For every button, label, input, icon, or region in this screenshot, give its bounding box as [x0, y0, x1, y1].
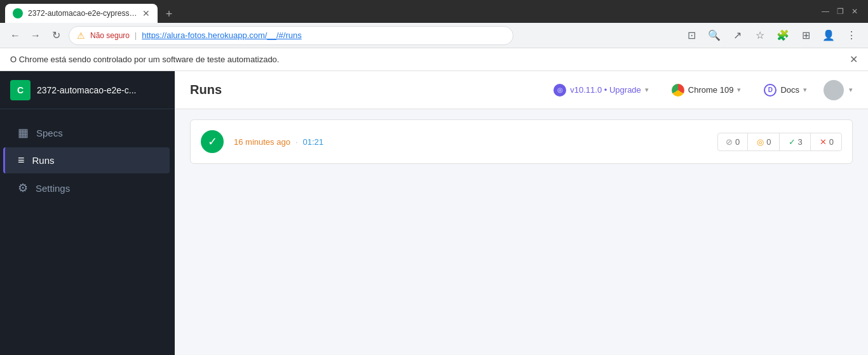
- chrome-icon: [672, 84, 684, 97]
- table-row[interactable]: ✓ 16 minutes ago · 01:21 ⊘ 0 ◎ 0: [190, 119, 853, 164]
- sidebar-item-runs-label: Runs: [32, 155, 55, 166]
- forward-button[interactable]: →: [28, 28, 43, 43]
- not-secure-label: Não seguro: [90, 31, 130, 40]
- run-separator: ·: [295, 137, 298, 147]
- notification-text: O Chrome está sendo controlado por um so…: [10, 55, 279, 64]
- extension-icon[interactable]: 🧩: [774, 27, 792, 44]
- sidebar-item-specs[interactable]: ▦ Specs: [5, 119, 170, 146]
- sidebar-item-runs[interactable]: ≡ Runs: [3, 147, 170, 173]
- screen-capture-icon[interactable]: ⊡: [682, 27, 700, 44]
- chrome-chevron: ▾: [737, 86, 741, 94]
- address-bar: ← → ↻ ⚠ Não seguro | https://alura-fotos…: [0, 23, 868, 48]
- docs-badge[interactable]: D Docs ▾: [757, 81, 813, 99]
- notification-bar: O Chrome está sendo controlado por um so…: [0, 48, 868, 71]
- passed-count: 3: [798, 137, 803, 147]
- skipped-icon: ⊘: [726, 137, 733, 147]
- url-path: /__/#/runs: [265, 30, 302, 40]
- stat-failed: ✕ 0: [812, 133, 841, 151]
- version-badge[interactable]: ◎ v10.11.0 • Upgrade ▾: [547, 81, 655, 99]
- url-bar[interactable]: ⚠ Não seguro | https://alura-fotos.herok…: [69, 26, 513, 45]
- run-info: 16 minutes ago · 01:21: [234, 137, 707, 147]
- failed-icon: ✕: [820, 137, 827, 147]
- stat-passed: ✓ 3: [781, 133, 811, 151]
- pending-count: 0: [766, 137, 771, 147]
- run-duration: 01:21: [303, 137, 324, 147]
- run-status-icon: ✓: [201, 130, 224, 153]
- sidebar-item-specs-label: Specs: [36, 128, 63, 138]
- close-button[interactable]: ✕: [851, 7, 858, 16]
- url-domain: alura-fotos.herokuapp.com: [166, 30, 265, 40]
- stat-skipped: ⊘ 0: [718, 133, 748, 151]
- main-header: Runs ◎ v10.11.0 • Upgrade ▾ Chrome 109 ▾…: [175, 71, 868, 109]
- app-container: C 2372-automacao-e2e-c... ▦ Specs ≡ Runs…: [0, 71, 868, 355]
- sidebar-header: C 2372-automacao-e2e-c...: [0, 71, 175, 109]
- runs-icon: ≡: [18, 154, 25, 167]
- tab-title: 2372-automacao-e2e-cypress-au: [28, 9, 137, 18]
- docs-label: Docs: [780, 85, 799, 95]
- url-https: https://: [142, 30, 166, 40]
- tab-close-button[interactable]: ✕: [142, 8, 150, 18]
- specs-icon: ▦: [18, 126, 29, 140]
- sidebar-item-settings[interactable]: ⚙ Settings: [5, 175, 170, 201]
- new-tab-button[interactable]: +: [160, 5, 178, 23]
- profile-icon[interactable]: 👤: [820, 27, 837, 44]
- sidebar: C 2372-automacao-e2e-c... ▦ Specs ≡ Runs…: [0, 71, 175, 355]
- zoom-icon[interactable]: 🔍: [705, 27, 723, 44]
- settings-icon: ⚙: [18, 181, 28, 195]
- url-separator: |: [135, 31, 137, 40]
- tab-area: 2372-automacao-e2e-cypress-au ✕ +: [5, 0, 819, 23]
- menu-icon[interactable]: ⋮: [843, 27, 860, 44]
- share-icon[interactable]: ↗: [728, 27, 746, 44]
- url-text: https://alura-fotos.herokuapp.com/__/#/r…: [142, 30, 302, 40]
- chrome-badge[interactable]: Chrome 109 ▾: [665, 81, 748, 99]
- back-button[interactable]: ←: [8, 28, 23, 43]
- version-chevron: ▾: [645, 86, 649, 94]
- version-icon: ◎: [553, 84, 566, 97]
- failed-count: 0: [829, 137, 834, 147]
- minimize-button[interactable]: —: [822, 7, 829, 16]
- split-view-icon[interactable]: ⊞: [797, 27, 815, 44]
- chrome-label: Chrome 109: [688, 85, 734, 95]
- security-warning-icon: ⚠: [77, 30, 85, 41]
- project-icon: C: [10, 80, 31, 100]
- window-controls: — ❐ ✕: [822, 7, 863, 16]
- main-content: Runs ◎ v10.11.0 • Upgrade ▾ Chrome 109 ▾…: [175, 71, 868, 355]
- user-avatar[interactable]: [824, 80, 844, 100]
- version-text: v10.11.0 • Upgrade: [570, 85, 641, 95]
- docs-icon: D: [764, 84, 776, 97]
- pending-icon: ◎: [757, 137, 764, 147]
- reload-button[interactable]: ↻: [48, 28, 64, 43]
- project-name: 2372-automacao-e2e-c...: [37, 85, 136, 95]
- docs-chevron: ▾: [803, 86, 807, 94]
- maximize-button[interactable]: ❐: [837, 7, 844, 16]
- passed-icon: ✓: [789, 137, 796, 147]
- browser-titlebar: 2372-automacao-e2e-cypress-au ✕ + — ❐ ✕: [0, 0, 868, 23]
- run-time-ago: 16 minutes ago: [234, 137, 290, 147]
- skipped-count: 0: [735, 137, 740, 147]
- toolbar-icons: ⊡ 🔍 ↗ ☆ 🧩 ⊞ 👤 ⋮: [682, 27, 860, 44]
- sidebar-nav: ▦ Specs ≡ Runs ⚙ Settings: [0, 109, 175, 211]
- run-stats: ⊘ 0 ◎ 0 ✓ 3 ✕ 0: [717, 133, 842, 151]
- tab-favicon: [13, 8, 23, 18]
- sidebar-item-settings-label: Settings: [36, 183, 70, 194]
- user-chevron: ▾: [849, 86, 853, 94]
- stat-pending: ◎ 0: [749, 133, 779, 151]
- bookmark-icon[interactable]: ☆: [751, 27, 769, 44]
- notification-close-button[interactable]: ✕: [850, 53, 858, 65]
- active-tab[interactable]: 2372-automacao-e2e-cypress-au ✕: [5, 4, 158, 23]
- runs-container: ✓ 16 minutes ago · 01:21 ⊘ 0 ◎ 0: [175, 109, 868, 355]
- page-title: Runs: [190, 83, 537, 97]
